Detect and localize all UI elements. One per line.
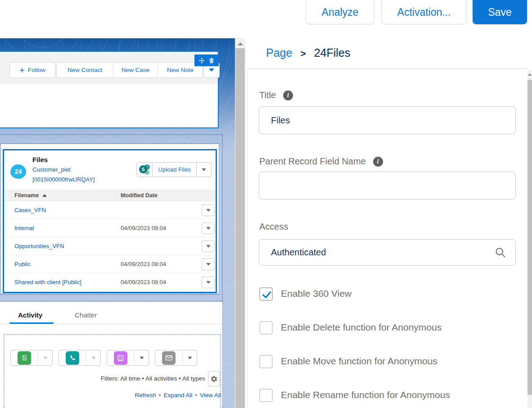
title-input[interactable]: Files bbox=[259, 106, 516, 134]
calendar-icon bbox=[114, 351, 127, 365]
access-field-label: Access bbox=[259, 222, 288, 232]
new-case-button[interactable]: New Case bbox=[113, 63, 158, 77]
upload-dropdown[interactable] bbox=[196, 163, 211, 177]
follow-button[interactable]: Follow bbox=[9, 62, 55, 78]
section-dashed-line bbox=[0, 134, 222, 135]
activity-links: Refresh • Expand All • View All bbox=[135, 392, 221, 399]
search-icon[interactable] bbox=[494, 246, 507, 259]
access-lookup-input[interactable]: Authenticated bbox=[259, 239, 516, 266]
modified-column-header[interactable]: Modified Date bbox=[121, 192, 158, 199]
record-id-link[interactable]: [0015I00000frwURQAY] bbox=[32, 176, 95, 183]
new-event-button[interactable] bbox=[107, 350, 134, 365]
sharepoint-icon: S bbox=[139, 164, 150, 175]
event-dropdown[interactable] bbox=[134, 350, 149, 365]
row-actions-dropdown[interactable] bbox=[202, 277, 215, 288]
tab-chatter[interactable]: Chatter bbox=[75, 311, 97, 319]
parent-record-field-input[interactable] bbox=[259, 172, 516, 199]
plus-icon bbox=[19, 68, 25, 73]
new-task-group bbox=[10, 350, 53, 366]
table-row: Public 04/09/2023 08:04 bbox=[4, 255, 216, 273]
enable-360-label[interactable]: Enable 360 View bbox=[281, 288, 352, 299]
email-dropdown[interactable] bbox=[182, 350, 197, 365]
file-link[interactable]: Shared with client [Public] bbox=[14, 279, 81, 286]
chevron-down-icon bbox=[140, 357, 144, 359]
tab-activity[interactable]: Activity bbox=[18, 311, 42, 319]
email-button[interactable] bbox=[155, 350, 182, 365]
table-row: Internal 04/09/2023 08:04 bbox=[4, 219, 216, 237]
row-actions-dropdown[interactable] bbox=[202, 204, 215, 216]
files-24-icon: 24 bbox=[10, 164, 26, 179]
enable-delete-label[interactable]: Enable Delete function for Anonymous bbox=[281, 322, 442, 333]
trash-icon[interactable] bbox=[209, 58, 214, 63]
column-divider bbox=[116, 190, 116, 201]
enable-360-checkbox[interactable] bbox=[259, 287, 273, 301]
file-date: 04/09/2023 08:04 bbox=[121, 225, 166, 231]
experience-builder: Analyze Activation... Save Follow New Co… bbox=[0, 0, 532, 408]
analyze-button[interactable]: Analyze bbox=[306, 0, 374, 24]
log-call-button[interactable] bbox=[59, 350, 86, 365]
call-icon bbox=[66, 351, 79, 365]
access-field-label-row: Access bbox=[259, 222, 288, 232]
task-icon bbox=[18, 351, 31, 365]
view-all-link[interactable]: View All bbox=[200, 392, 221, 399]
upload-files-button[interactable]: Upload Files bbox=[152, 163, 196, 177]
access-value: Authenticated bbox=[271, 247, 326, 258]
new-task-button[interactable] bbox=[11, 350, 38, 365]
expand-all-link[interactable]: Expand All bbox=[163, 392, 192, 399]
scroll-up-icon[interactable] bbox=[235, 38, 245, 45]
activity-settings-button[interactable] bbox=[208, 371, 220, 386]
move-icon[interactable] bbox=[199, 58, 205, 63]
file-link[interactable]: Cases_VFN bbox=[14, 207, 46, 213]
enable-delete-checkbox[interactable] bbox=[259, 321, 273, 335]
breadcrumb-page-link[interactable]: Page bbox=[266, 46, 292, 59]
row-actions-dropdown[interactable] bbox=[202, 222, 215, 234]
enable-move-label[interactable]: Enable Move function for Anonymous bbox=[281, 356, 437, 367]
row-actions-dropdown[interactable] bbox=[202, 240, 215, 252]
enable-rename-label[interactable]: Enable Rename function for Anonymous bbox=[281, 390, 450, 400]
bullet-separator: • bbox=[195, 392, 197, 399]
record-link[interactable]: Customer_piet bbox=[32, 166, 71, 173]
info-icon[interactable]: i bbox=[373, 157, 383, 167]
component-toolbar bbox=[194, 54, 219, 66]
new-contact-button[interactable]: New Contact bbox=[57, 63, 113, 77]
parent-field-label-row: Parent Record Field Name i bbox=[259, 156, 383, 167]
chevron-down-icon bbox=[206, 263, 211, 266]
filename-column-header[interactable]: Filename bbox=[14, 192, 47, 199]
file-link[interactable]: Public bbox=[14, 261, 30, 267]
save-button[interactable]: Save bbox=[473, 0, 527, 24]
refresh-link[interactable]: Refresh bbox=[135, 392, 156, 399]
breadcrumb-separator: > bbox=[300, 48, 306, 59]
scroll-up-icon[interactable] bbox=[527, 70, 532, 76]
enable-rename-checkbox[interactable] bbox=[259, 389, 273, 402]
files-card[interactable]: 24 Files Customer_piet [0015I00000frwURQ… bbox=[3, 149, 217, 293]
activity-filters-summary: Filters: All time • All activities • All… bbox=[101, 375, 205, 382]
chevron-down-icon bbox=[206, 209, 211, 212]
envelope-icon bbox=[162, 351, 176, 365]
chevron-down-icon bbox=[206, 281, 211, 284]
file-date: 04/09/2023 08:04 bbox=[121, 261, 166, 267]
files-card-title: Files bbox=[32, 156, 48, 163]
chevron-down-icon bbox=[209, 68, 214, 72]
bullet-separator: • bbox=[159, 392, 161, 399]
log-call-dropdown[interactable] bbox=[86, 350, 100, 365]
preview-scrollbar-thumb[interactable] bbox=[235, 48, 245, 408]
activity-card: Activity Chatter bbox=[0, 302, 222, 408]
file-link[interactable]: Internal bbox=[14, 225, 34, 231]
breadcrumb: Page > 24Files bbox=[266, 46, 350, 59]
info-icon[interactable]: i bbox=[283, 91, 293, 100]
chevron-down-icon bbox=[188, 357, 192, 359]
panel-scrollbar-thumb[interactable] bbox=[527, 80, 532, 395]
sharepoint-button[interactable]: S bbox=[137, 163, 152, 177]
file-link[interactable]: Opportunities_VFN bbox=[14, 243, 64, 249]
row-actions-dropdown[interactable] bbox=[202, 258, 215, 270]
chevron-down-icon bbox=[206, 227, 211, 230]
chevron-down-icon bbox=[206, 245, 211, 248]
panel-divider bbox=[248, 68, 527, 69]
property-panel: Page > 24Files Title i Files Parent Reco… bbox=[245, 38, 532, 408]
email-group bbox=[155, 350, 197, 366]
enable-move-checkbox[interactable] bbox=[259, 355, 273, 368]
task-dropdown[interactable] bbox=[38, 350, 52, 365]
log-call-group bbox=[59, 350, 101, 366]
activation-button[interactable]: Activation... bbox=[381, 0, 467, 24]
tabs-divider bbox=[0, 324, 222, 324]
